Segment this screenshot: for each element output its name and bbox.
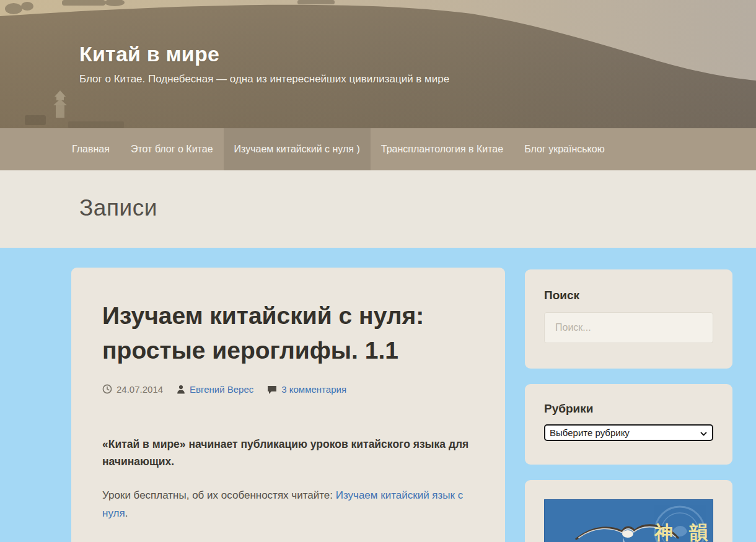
nav-item-home[interactable]: Главная — [61, 128, 120, 170]
post-date-text: 24.07.2014 — [116, 384, 163, 395]
nav-item-learn-chinese[interactable]: Изучаем китайский с нуля ) — [224, 128, 371, 170]
search-input[interactable] — [544, 312, 713, 343]
categories-widget: Рубрики Выберите рубрику — [525, 384, 732, 465]
post-card: Изучаем китайский с нуля: простые иерогл… — [71, 268, 505, 542]
site-tagline: Блог о Китае. Поднебесная — одна из инте… — [79, 73, 449, 85]
nav-item-about-blog[interactable]: Этот блог о Китае — [120, 128, 224, 170]
post-author-link[interactable]: Евгений Верес — [190, 384, 253, 395]
search-widget-title: Поиск — [544, 289, 713, 302]
chevron-down-icon — [700, 431, 707, 437]
banner-char-right: 韻 — [688, 522, 708, 542]
category-select-value: Выберите рубрику — [550, 427, 630, 438]
comment-icon — [267, 385, 277, 394]
user-icon — [177, 385, 185, 394]
site-header: Китай в мире Блог о Китае. Поднебесная —… — [0, 0, 756, 128]
main-navigation: Главная Этот блог о Китае Изучаем китайс… — [0, 128, 756, 170]
page-title: Записи — [79, 195, 756, 221]
banner-char-left: 神 — [654, 522, 673, 542]
category-select[interactable]: Выберите рубрику — [544, 424, 713, 441]
clock-icon — [102, 384, 112, 394]
site-branding: Китай в мире Блог о Китае. Поднебесная —… — [79, 42, 449, 85]
post-date: 24.07.2014 — [102, 384, 163, 395]
categories-widget-title: Рубрики — [544, 402, 713, 416]
main-area: Изучаем китайский с нуля: простые иерогл… — [0, 248, 756, 542]
search-widget: Поиск — [525, 269, 732, 369]
post-author: Евгений Верес — [177, 384, 253, 395]
banner-widget: 神 韻 — [525, 480, 732, 542]
nav-item-transplantology[interactable]: Трансплантология в Китае — [371, 128, 514, 170]
post-paragraph-text: Уроки бесплатны, об их особенностях чита… — [102, 489, 336, 501]
shen-yun-banner-image[interactable]: 神 韻 — [544, 499, 713, 542]
sidebar: Поиск Рубрики Выберите рубрику — [525, 269, 732, 542]
post-paragraph: Уроки бесплатны, об их особенностях чита… — [102, 487, 474, 523]
post-meta: 24.07.2014 Евгений Верес 3 комментария — [102, 384, 474, 395]
page-title-band: Записи — [0, 170, 756, 248]
post-paragraph-suffix: . — [125, 507, 128, 519]
post-comments: 3 комментария — [267, 384, 346, 395]
post-lead-paragraph: «Китай в мире» начинает публикацию уроко… — [102, 435, 474, 471]
nav-item-ukrainian-blog[interactable]: Блог українською — [514, 128, 615, 170]
site-title[interactable]: Китай в мире — [79, 42, 449, 66]
post-title[interactable]: Изучаем китайский с нуля: простые иерогл… — [102, 299, 474, 368]
post-comments-link[interactable]: 3 комментария — [281, 384, 346, 395]
